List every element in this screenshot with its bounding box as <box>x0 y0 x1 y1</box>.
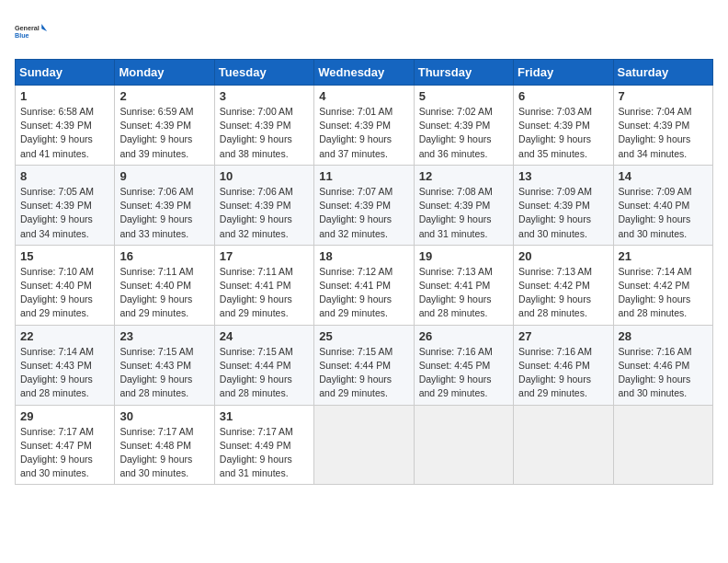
calendar-cell: 3 Sunrise: 7:00 AMSunset: 4:39 PMDayligh… <box>214 86 313 166</box>
cell-info: Sunrise: 7:04 AMSunset: 4:39 PMDaylight:… <box>619 106 692 159</box>
cell-info: Sunrise: 7:02 AMSunset: 4:39 PMDaylight:… <box>419 106 493 159</box>
cell-info: Sunrise: 7:06 AMSunset: 4:39 PMDaylight:… <box>220 186 293 239</box>
calendar-cell <box>414 405 513 485</box>
calendar-cell: 8 Sunrise: 7:05 AMSunset: 4:39 PMDayligh… <box>16 165 115 245</box>
cell-info: Sunrise: 7:06 AMSunset: 4:39 PMDaylight:… <box>119 186 193 239</box>
cell-info: Sunrise: 7:13 AMSunset: 4:41 PMDaylight:… <box>419 266 493 319</box>
calendar-cell: 7 Sunrise: 7:04 AMSunset: 4:39 PMDayligh… <box>613 86 712 166</box>
day-number: 4 <box>319 89 408 103</box>
day-number: 16 <box>119 249 209 263</box>
calendar-cell: 18 Sunrise: 7:12 AMSunset: 4:41 PMDaylig… <box>314 245 414 325</box>
day-number: 28 <box>619 329 708 343</box>
day-number: 10 <box>220 169 309 183</box>
cell-info: Sunrise: 7:11 AMSunset: 4:40 PMDaylight:… <box>119 266 193 319</box>
calendar-cell: 31 Sunrise: 7:17 AMSunset: 4:49 PMDaylig… <box>214 405 313 485</box>
calendar-cell: 19 Sunrise: 7:13 AMSunset: 4:41 PMDaylig… <box>414 245 513 325</box>
cell-info: Sunrise: 7:13 AMSunset: 4:42 PMDaylight:… <box>518 266 592 319</box>
cell-info: Sunrise: 7:15 AMSunset: 4:43 PMDaylight:… <box>119 346 193 399</box>
day-number: 9 <box>119 169 209 183</box>
calendar-cell: 17 Sunrise: 7:11 AMSunset: 4:41 PMDaylig… <box>214 245 313 325</box>
day-number: 21 <box>619 249 708 263</box>
cell-info: Sunrise: 7:09 AMSunset: 4:39 PMDaylight:… <box>518 186 592 239</box>
calendar-header-row: SundayMondayTuesdayWednesdayThursdayFrid… <box>16 60 713 86</box>
cell-info: Sunrise: 7:17 AMSunset: 4:48 PMDaylight:… <box>119 426 193 479</box>
day-number: 27 <box>518 329 608 343</box>
cell-info: Sunrise: 7:16 AMSunset: 4:45 PMDaylight:… <box>419 346 493 399</box>
cell-info: Sunrise: 6:59 AMSunset: 4:39 PMDaylight:… <box>119 106 193 159</box>
calendar-cell: 23 Sunrise: 7:15 AMSunset: 4:43 PMDaylig… <box>115 325 214 405</box>
calendar-cell: 20 Sunrise: 7:13 AMSunset: 4:42 PMDaylig… <box>514 245 613 325</box>
header-friday: Friday <box>514 60 613 86</box>
calendar-cell: 11 Sunrise: 7:07 AMSunset: 4:39 PMDaylig… <box>314 165 414 245</box>
calendar-cell <box>514 405 613 485</box>
day-number: 17 <box>220 249 309 263</box>
cell-info: Sunrise: 7:17 AMSunset: 4:47 PMDaylight:… <box>20 426 94 479</box>
calendar-cell: 24 Sunrise: 7:15 AMSunset: 4:44 PMDaylig… <box>214 325 313 405</box>
day-number: 2 <box>119 89 209 103</box>
cell-info: Sunrise: 6:58 AMSunset: 4:39 PMDaylight:… <box>20 106 94 159</box>
calendar-cell: 5 Sunrise: 7:02 AMSunset: 4:39 PMDayligh… <box>414 86 513 166</box>
calendar-cell: 25 Sunrise: 7:15 AMSunset: 4:44 PMDaylig… <box>314 325 414 405</box>
day-number: 11 <box>319 169 408 183</box>
calendar-cell: 10 Sunrise: 7:06 AMSunset: 4:39 PMDaylig… <box>214 165 313 245</box>
calendar-cell: 28 Sunrise: 7:16 AMSunset: 4:46 PMDaylig… <box>613 325 712 405</box>
cell-info: Sunrise: 7:03 AMSunset: 4:39 PMDaylight:… <box>518 106 592 159</box>
cell-info: Sunrise: 7:14 AMSunset: 4:42 PMDaylight:… <box>619 266 692 319</box>
calendar-cell: 27 Sunrise: 7:16 AMSunset: 4:46 PMDaylig… <box>514 325 613 405</box>
header-thursday: Thursday <box>414 60 513 86</box>
header-saturday: Saturday <box>613 60 712 86</box>
day-number: 30 <box>119 409 209 423</box>
header-monday: Monday <box>115 60 214 86</box>
calendar-cell: 13 Sunrise: 7:09 AMSunset: 4:39 PMDaylig… <box>514 165 613 245</box>
day-number: 23 <box>119 329 209 343</box>
day-number: 18 <box>319 249 408 263</box>
day-number: 3 <box>220 89 309 103</box>
cell-info: Sunrise: 7:00 AMSunset: 4:39 PMDaylight:… <box>220 106 293 159</box>
header-sunday: Sunday <box>16 60 115 86</box>
svg-text:Blue: Blue <box>15 31 29 40</box>
day-number: 14 <box>619 169 708 183</box>
calendar-cell: 1 Sunrise: 6:58 AMSunset: 4:39 PMDayligh… <box>16 86 115 166</box>
cell-info: Sunrise: 7:01 AMSunset: 4:39 PMDaylight:… <box>319 106 392 159</box>
calendar-cell: 12 Sunrise: 7:08 AMSunset: 4:39 PMDaylig… <box>414 165 513 245</box>
day-number: 24 <box>220 329 309 343</box>
cell-info: Sunrise: 7:16 AMSunset: 4:46 PMDaylight:… <box>619 346 692 399</box>
day-number: 26 <box>419 329 508 343</box>
calendar-cell: 29 Sunrise: 7:17 AMSunset: 4:47 PMDaylig… <box>16 405 115 485</box>
calendar-cell: 14 Sunrise: 7:09 AMSunset: 4:40 PMDaylig… <box>613 165 712 245</box>
day-number: 7 <box>619 89 708 103</box>
svg-marker-2 <box>41 24 47 31</box>
day-number: 31 <box>220 409 309 423</box>
day-number: 1 <box>20 89 109 103</box>
cell-info: Sunrise: 7:17 AMSunset: 4:49 PMDaylight:… <box>220 426 293 479</box>
calendar-cell: 9 Sunrise: 7:06 AMSunset: 4:39 PMDayligh… <box>115 165 214 245</box>
day-number: 19 <box>419 249 508 263</box>
day-number: 20 <box>518 249 608 263</box>
day-number: 12 <box>419 169 508 183</box>
logo: GeneralBlue <box>15 15 48 48</box>
day-number: 6 <box>518 89 608 103</box>
logo-icon: GeneralBlue <box>15 15 48 48</box>
calendar-cell <box>613 405 712 485</box>
cell-info: Sunrise: 7:15 AMSunset: 4:44 PMDaylight:… <box>319 346 392 399</box>
cell-info: Sunrise: 7:12 AMSunset: 4:41 PMDaylight:… <box>319 266 392 319</box>
cell-info: Sunrise: 7:10 AMSunset: 4:40 PMDaylight:… <box>20 266 94 319</box>
calendar-cell: 15 Sunrise: 7:10 AMSunset: 4:40 PMDaylig… <box>16 245 115 325</box>
day-number: 5 <box>419 89 508 103</box>
cell-info: Sunrise: 7:05 AMSunset: 4:39 PMDaylight:… <box>20 186 94 239</box>
header-tuesday: Tuesday <box>214 60 313 86</box>
header-wednesday: Wednesday <box>314 60 414 86</box>
calendar-cell: 22 Sunrise: 7:14 AMSunset: 4:43 PMDaylig… <box>16 325 115 405</box>
header: GeneralBlue <box>15 15 713 48</box>
calendar-cell: 26 Sunrise: 7:16 AMSunset: 4:45 PMDaylig… <box>414 325 513 405</box>
cell-info: Sunrise: 7:16 AMSunset: 4:46 PMDaylight:… <box>518 346 592 399</box>
day-number: 25 <box>319 329 408 343</box>
day-number: 13 <box>518 169 608 183</box>
calendar-cell: 30 Sunrise: 7:17 AMSunset: 4:48 PMDaylig… <box>115 405 214 485</box>
calendar-cell: 21 Sunrise: 7:14 AMSunset: 4:42 PMDaylig… <box>613 245 712 325</box>
calendar-table: SundayMondayTuesdayWednesdayThursdayFrid… <box>15 59 713 485</box>
day-number: 22 <box>20 329 109 343</box>
calendar-cell: 6 Sunrise: 7:03 AMSunset: 4:39 PMDayligh… <box>514 86 613 166</box>
day-number: 29 <box>20 409 109 423</box>
calendar-cell <box>314 405 414 485</box>
